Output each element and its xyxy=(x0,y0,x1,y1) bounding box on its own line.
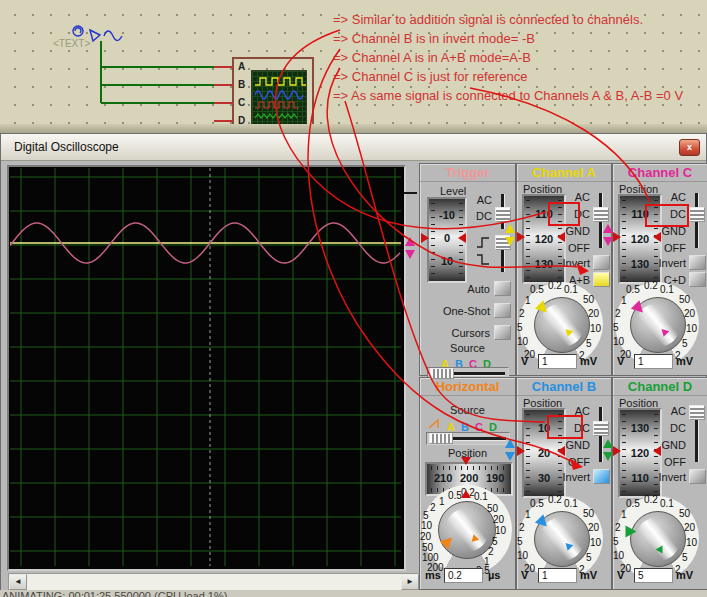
knob-scale-label: 1 xyxy=(621,295,627,306)
scroll-left-button[interactable]: ◄ xyxy=(9,574,27,590)
knob-scale-label: 50 xyxy=(583,508,594,519)
knob-scale-label: 0.5 xyxy=(626,498,640,509)
annotation-line-2: => Channel B is in invert mode= -B xyxy=(333,31,535,46)
knob-scale-label: 10 xyxy=(686,537,697,548)
channel-a-dc-highlight-box xyxy=(548,202,580,226)
knob-scale-label: 20 xyxy=(493,514,504,525)
channel-a-invert-button[interactable] xyxy=(593,255,610,270)
mv-unit-label: mV xyxy=(676,569,693,581)
proteus-workspace: <TEXT> A xyxy=(0,0,707,597)
annotation-line-3: => Channel A is in A+B mode=A-B xyxy=(333,50,531,65)
channel-d-gain-knob[interactable] xyxy=(630,511,686,567)
channel-c-gain-input[interactable] xyxy=(634,354,673,369)
knob-scale-label: 20 xyxy=(588,522,599,533)
knob-scale-label: 0.2 xyxy=(644,494,658,505)
horizontal-source-label: Source xyxy=(420,404,515,416)
knob-scale-label: 1 xyxy=(439,496,445,507)
timebase-value-input[interactable] xyxy=(444,568,483,583)
knob-scale-label: 1 xyxy=(525,509,531,520)
one-shot-button[interactable] xyxy=(494,303,511,318)
pos-marker-left xyxy=(613,232,621,242)
pos-marker-left xyxy=(613,446,621,456)
rising-edge-icon xyxy=(476,236,490,249)
schematic-canvas[interactable]: <TEXT> A xyxy=(0,0,707,124)
channel-a-position-arrow[interactable] xyxy=(505,224,515,246)
channel-d-gain-input[interactable] xyxy=(634,568,673,583)
falling-edge-icon xyxy=(476,253,490,266)
channel-c-coupling-slider[interactable] xyxy=(689,207,705,222)
cursors-button[interactable] xyxy=(494,325,511,340)
component-waveforms xyxy=(252,71,306,127)
channel-b-gain-input[interactable] xyxy=(538,568,577,583)
channel-b-dc-highlight-box xyxy=(547,415,583,439)
v-unit-label: V xyxy=(617,569,624,581)
knob-scale-label: 10 xyxy=(613,550,624,561)
channel-b-panel: Channel B Position 10 20 30 AC DC GND OF… xyxy=(516,377,612,590)
scope-waveform-display xyxy=(10,168,401,566)
one-shot-label: One-Shot xyxy=(430,305,490,317)
component-pin[interactable] xyxy=(214,67,232,121)
knob-scale-label: 10 xyxy=(495,525,506,536)
ramp-icon xyxy=(428,418,442,430)
knob-scale-label: 20 xyxy=(420,531,431,542)
horizontal-source-slider[interactable] xyxy=(426,432,510,445)
knob-scale-label: 0.2 xyxy=(548,494,562,505)
knob-scale-label: 10 xyxy=(686,323,697,334)
scroll-right-button[interactable]: ► xyxy=(401,574,419,590)
pin-label-c: C xyxy=(238,97,245,108)
channel-d-panel: Channel D Position 130 120 110 AC DC GND… xyxy=(612,377,707,590)
scope-h-scrollbar[interactable]: ◄ ► xyxy=(8,573,420,591)
window-titlebar[interactable]: Digital Oscilloscope x xyxy=(1,134,706,161)
channel-d-title: Channel D xyxy=(613,379,707,396)
dc-label: DC xyxy=(653,422,686,434)
knob-scale-label: 2 xyxy=(519,522,525,533)
auto-label: Auto xyxy=(448,283,490,295)
annotation-line-4: => Channel C is just for reference xyxy=(333,69,527,84)
close-button[interactable]: x xyxy=(679,139,700,156)
channel-a-coupling-slider[interactable] xyxy=(593,207,609,222)
trigger-coupling-slider[interactable] xyxy=(495,207,511,222)
channel-c-invert-label: Invert xyxy=(643,257,686,269)
cursors-label: Cursors xyxy=(436,327,490,339)
window-top-shadow xyxy=(0,124,707,133)
off-label: OFF xyxy=(557,456,590,468)
knob-scale-label: 50 xyxy=(583,294,594,305)
channel-c-trace-arrow[interactable] xyxy=(405,237,415,259)
trigger-panel: Trigger Level -10 0 10 AC DC Auto One-Sh… xyxy=(419,163,516,376)
knob-scale-label: 0.1 xyxy=(564,284,578,295)
knob-scale-label: 20 xyxy=(684,522,695,533)
channel-c-panel: Channel C Position 110 120 130 AC DC GND… xyxy=(612,163,707,376)
knob-scale-label: 2 xyxy=(615,308,621,319)
v-unit-label: V xyxy=(617,355,624,367)
channel-b-position-arrow[interactable] xyxy=(505,439,515,461)
mv-unit-label: mV xyxy=(580,355,597,367)
channel-a-aplusb-button[interactable] xyxy=(593,272,610,287)
channel-c-position-arrow[interactable] xyxy=(603,224,613,246)
knob-scale-label: 0.5 xyxy=(530,284,544,295)
knob-scale-label: 5 xyxy=(517,322,523,333)
gnd-label: GND xyxy=(557,439,590,451)
level-marker-right xyxy=(458,233,466,243)
signal-generator-icon[interactable] xyxy=(73,26,122,41)
knob-scale-label: 1 xyxy=(621,509,627,520)
knob-scale-label: 20 xyxy=(684,308,695,319)
channel-d-position-arrow[interactable] xyxy=(603,439,613,461)
knob-scale-label: 5 xyxy=(613,536,619,547)
channel-c-invert-button[interactable] xyxy=(689,255,706,270)
channel-d-invert-button[interactable] xyxy=(689,469,706,484)
channel-c-cplusd-button[interactable] xyxy=(689,272,706,287)
wire[interactable] xyxy=(101,41,215,103)
knob-scale-label: 0.1 xyxy=(564,498,578,509)
level-marker-left xyxy=(421,233,429,243)
trigger-source-label: Source xyxy=(420,342,515,354)
window-title: Digital Oscilloscope xyxy=(14,140,119,154)
channel-b-invert-button[interactable] xyxy=(593,469,610,484)
scope-screen[interactable] xyxy=(10,168,401,566)
channel-a-gain-input[interactable] xyxy=(538,354,577,369)
off-label: OFF xyxy=(653,242,686,254)
knob-scale-label: 10 xyxy=(517,550,528,561)
channel-d-coupling-slider[interactable] xyxy=(689,405,705,420)
auto-button[interactable] xyxy=(494,281,511,296)
channel-b-coupling-slider[interactable] xyxy=(593,421,609,436)
ac-label: AC xyxy=(653,191,686,203)
